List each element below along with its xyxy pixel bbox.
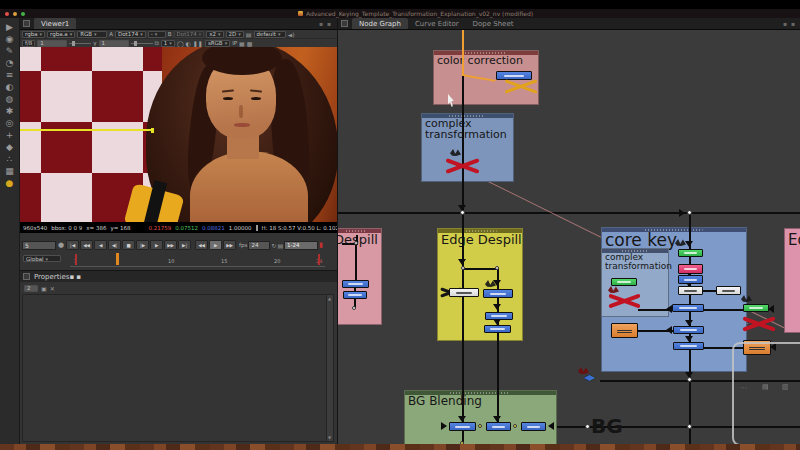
other-nodes-icon[interactable]: ● <box>6 178 14 189</box>
node[interactable] <box>678 286 703 295</box>
pane-menu-icon[interactable] <box>23 273 30 280</box>
goto-end-button[interactable]: ▶| <box>178 240 191 250</box>
node[interactable] <box>611 323 638 338</box>
channels-dropdown[interactable]: RGB <box>77 31 107 38</box>
image-icon[interactable]: ◉ <box>6 34 14 45</box>
selected-connection[interactable] <box>462 50 464 76</box>
node[interactable] <box>496 71 532 80</box>
gamma-input[interactable]: 1 <box>99 40 129 47</box>
dot-node[interactable] <box>354 241 358 245</box>
audio-icon[interactable]: ◄) <box>288 31 295 38</box>
transform-icon[interactable]: + <box>6 130 14 141</box>
stop-button[interactable]: ■ <box>122 240 135 250</box>
node[interactable] <box>678 249 703 257</box>
pane-controls-icon[interactable]: ▪ ▪ <box>319 20 332 27</box>
file-icon[interactable]: ▤ <box>246 31 252 38</box>
tab-dope-sheet[interactable]: Dope Sheet <box>466 18 521 29</box>
hidden-input-cross[interactable] <box>608 293 641 308</box>
dot-node[interactable] <box>461 266 465 270</box>
time-icon[interactable]: ◔ <box>6 58 14 69</box>
connection-line[interactable] <box>703 290 717 292</box>
input-process-toggle[interactable]: IP <box>232 40 237 46</box>
range-mode-icon[interactable]: ▤ <box>277 242 283 249</box>
node[interactable] <box>484 325 511 333</box>
in-point-marker[interactable] <box>75 254 77 265</box>
viewer-lut-dropdown[interactable]: sRGB <box>205 40 230 47</box>
play-backward-button[interactable]: ◀ <box>94 240 107 250</box>
roi-icon[interactable]: ◯ <box>177 40 184 47</box>
step-back-button[interactable]: ◀| <box>108 240 121 250</box>
gamma-slider[interactable] <box>131 43 153 44</box>
play-button[interactable]: ▶ <box>150 240 163 250</box>
particles-icon[interactable]: ∴ <box>7 154 13 165</box>
window-controls[interactable] <box>5 12 25 16</box>
node[interactable] <box>449 422 476 431</box>
node[interactable] <box>449 288 479 297</box>
connection-line[interactable] <box>462 268 499 270</box>
fstop-control[interactable]: f/8 <box>22 40 35 47</box>
threed-icon[interactable]: ◆ <box>6 142 13 153</box>
filter-icon[interactable]: ◍ <box>6 94 14 105</box>
color-icon[interactable]: ◐ <box>6 82 14 93</box>
node[interactable] <box>673 342 704 350</box>
clear-panels-icon[interactable]: ▣ <box>41 285 47 292</box>
node[interactable] <box>743 304 769 312</box>
play-increment-button[interactable]: ▶ <box>209 240 222 250</box>
out-point-marker[interactable] <box>318 254 320 265</box>
node[interactable] <box>673 326 704 334</box>
connection-line[interactable] <box>338 212 800 214</box>
close-panels-icon[interactable]: ✕ <box>50 285 55 292</box>
channel-icon[interactable]: ≡ <box>6 70 14 81</box>
pane-menu-icon[interactable] <box>23 20 30 27</box>
timeline-ruler[interactable]: 1 5 10 15 20 24 <box>70 255 325 267</box>
node[interactable] <box>521 422 546 431</box>
stereo-view-dropdown[interactable]: default <box>254 31 286 38</box>
node[interactable] <box>678 275 703 284</box>
dot-node[interactable] <box>687 377 692 382</box>
composite-mode-dropdown[interactable]: - <box>148 31 166 38</box>
pane-controls-icon[interactable]: ▪ ▪ <box>69 273 81 281</box>
wipe-toggle-icon[interactable]: ▩ <box>247 40 253 47</box>
flipbook-icon[interactable]: ⧉ <box>155 39 159 47</box>
b-input-dropdown[interactable]: Dot174 <box>174 31 205 38</box>
pane-menu-icon[interactable] <box>341 20 348 27</box>
node[interactable] <box>485 312 513 320</box>
prev-keyframe-button[interactable]: ◀◀ <box>80 240 93 250</box>
frame-range-input[interactable]: 1-24 <box>284 241 318 250</box>
connection-line[interactable] <box>462 228 464 341</box>
node[interactable] <box>716 286 741 295</box>
max-panels-input[interactable]: 2 <box>24 285 38 292</box>
node[interactable] <box>678 264 703 274</box>
minimize-window-icon[interactable] <box>13 12 17 16</box>
playhead[interactable] <box>116 253 119 265</box>
view-mode-dropdown[interactable]: 2D <box>226 31 244 38</box>
dot-node[interactable] <box>460 210 465 215</box>
dot-node[interactable] <box>513 424 517 428</box>
current-frame-input[interactable]: 5 <box>22 241 56 250</box>
gamma-toggle[interactable]: γ <box>93 40 96 46</box>
hidden-input-cross[interactable] <box>504 80 538 93</box>
gain-slider[interactable] <box>69 43 91 44</box>
dot-node-bg[interactable] <box>585 424 590 429</box>
draw-icon[interactable]: ✎ <box>6 46 14 57</box>
clip-warning-icon[interactable]: ◐ <box>186 40 191 47</box>
properties-scrollbar[interactable]: ▲▼ <box>326 295 333 441</box>
pause-icon[interactable]: ❚❚ <box>193 40 203 47</box>
loop-mode-icon[interactable]: ↻ <box>271 242 276 249</box>
node[interactable] <box>672 304 704 312</box>
dot-node[interactable] <box>352 306 356 310</box>
close-window-icon[interactable] <box>5 12 9 16</box>
dot-node[interactable] <box>687 424 692 429</box>
node[interactable] <box>611 278 637 286</box>
connection-line[interactable] <box>704 309 744 311</box>
pane-controls-icon[interactable]: ▪ ▪ <box>783 20 796 27</box>
switch-node[interactable]: ◀▶ <box>584 373 594 382</box>
viewer-canvas[interactable] <box>20 47 337 222</box>
prev-increment-button[interactable]: ◀◀ <box>195 240 208 250</box>
zoom-level-dropdown[interactable]: x2 <box>206 31 223 38</box>
connection-line[interactable] <box>462 76 464 214</box>
next-increment-button[interactable]: ▶▶ <box>223 240 236 250</box>
gain-input[interactable]: 1 <box>37 40 67 47</box>
connection-line[interactable] <box>355 245 357 280</box>
step-forward-button[interactable]: |▶ <box>136 240 149 250</box>
